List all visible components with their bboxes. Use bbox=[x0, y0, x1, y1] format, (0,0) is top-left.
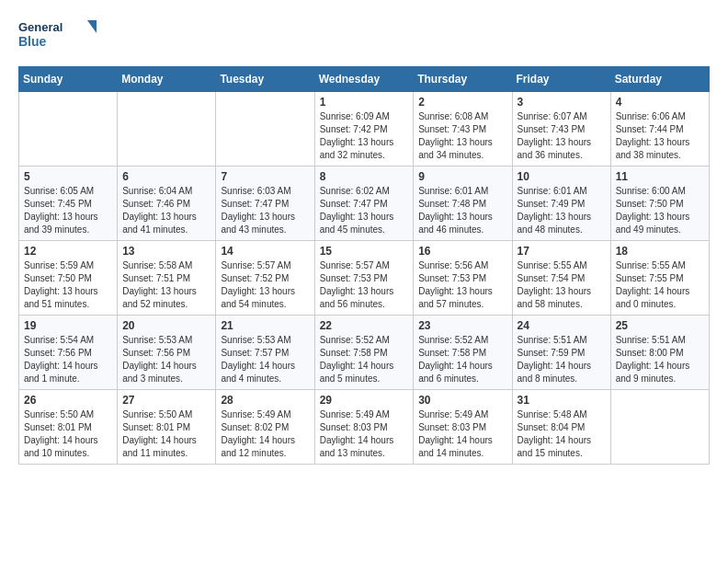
day-number: 10 bbox=[518, 170, 606, 183]
calendar-day-cell: 1Sunrise: 6:09 AMSunset: 7:42 PMDaylight… bbox=[314, 92, 414, 167]
day-info: Sunrise: 5:50 AMSunset: 8:01 PMDaylight:… bbox=[24, 408, 112, 460]
weekday-header: Monday bbox=[118, 67, 216, 92]
day-number: 12 bbox=[24, 245, 112, 258]
calendar-day-cell: 3Sunrise: 6:07 AMSunset: 7:43 PMDaylight… bbox=[512, 92, 610, 167]
calendar-day-cell: 4Sunrise: 6:06 AMSunset: 7:44 PMDaylight… bbox=[610, 92, 709, 167]
day-number: 17 bbox=[518, 245, 606, 258]
day-number: 6 bbox=[122, 170, 210, 183]
calendar-week-row: 1Sunrise: 6:09 AMSunset: 7:42 PMDaylight… bbox=[19, 92, 710, 167]
day-number: 8 bbox=[320, 170, 409, 183]
calendar-day-cell: 22Sunrise: 5:52 AMSunset: 7:58 PMDayligh… bbox=[314, 316, 414, 390]
calendar-day-cell: 16Sunrise: 5:56 AMSunset: 7:53 PMDayligh… bbox=[414, 241, 512, 316]
calendar-day-cell: 5Sunrise: 6:05 AMSunset: 7:45 PMDaylight… bbox=[19, 167, 118, 241]
day-number: 28 bbox=[221, 394, 309, 407]
calendar-day-cell: 11Sunrise: 6:00 AMSunset: 7:50 PMDayligh… bbox=[610, 167, 709, 241]
calendar-day-cell bbox=[118, 92, 216, 167]
day-info: Sunrise: 6:00 AMSunset: 7:50 PMDaylight:… bbox=[616, 185, 704, 236]
day-number: 5 bbox=[24, 170, 112, 183]
calendar-day-cell: 8Sunrise: 6:02 AMSunset: 7:47 PMDaylight… bbox=[314, 167, 414, 241]
calendar-day-cell bbox=[216, 92, 314, 167]
day-info: Sunrise: 5:53 AMSunset: 7:57 PMDaylight:… bbox=[221, 334, 309, 385]
day-number: 21 bbox=[221, 319, 309, 332]
calendar-day-cell: 30Sunrise: 5:49 AMSunset: 8:03 PMDayligh… bbox=[414, 390, 512, 465]
day-info: Sunrise: 5:51 AMSunset: 7:59 PMDaylight:… bbox=[518, 334, 606, 385]
calendar-day-cell: 19Sunrise: 5:54 AMSunset: 7:56 PMDayligh… bbox=[19, 316, 118, 390]
calendar-day-cell: 20Sunrise: 5:53 AMSunset: 7:56 PMDayligh… bbox=[118, 316, 216, 390]
day-number: 16 bbox=[418, 245, 506, 258]
day-number: 30 bbox=[418, 394, 506, 407]
calendar-week-row: 26Sunrise: 5:50 AMSunset: 8:01 PMDayligh… bbox=[19, 390, 710, 465]
calendar-day-cell: 12Sunrise: 5:59 AMSunset: 7:50 PMDayligh… bbox=[19, 241, 118, 316]
calendar-table: SundayMondayTuesdayWednesdayThursdayFrid… bbox=[18, 66, 710, 465]
calendar-day-cell: 2Sunrise: 6:08 AMSunset: 7:43 PMDaylight… bbox=[414, 92, 512, 167]
calendar-day-cell: 10Sunrise: 6:01 AMSunset: 7:49 PMDayligh… bbox=[512, 167, 610, 241]
weekday-header: Friday bbox=[512, 67, 610, 92]
calendar-day-cell bbox=[610, 390, 709, 465]
day-number: 27 bbox=[122, 394, 210, 407]
calendar-body: 1Sunrise: 6:09 AMSunset: 7:42 PMDaylight… bbox=[19, 92, 710, 465]
weekday-header: Saturday bbox=[610, 67, 709, 92]
day-info: Sunrise: 6:04 AMSunset: 7:46 PMDaylight:… bbox=[122, 185, 210, 236]
day-number: 15 bbox=[320, 245, 409, 258]
weekday-row: SundayMondayTuesdayWednesdayThursdayFrid… bbox=[19, 67, 710, 92]
day-info: Sunrise: 5:59 AMSunset: 7:50 PMDaylight:… bbox=[24, 259, 112, 311]
day-info: Sunrise: 6:09 AMSunset: 7:42 PMDaylight:… bbox=[320, 110, 409, 162]
calendar-header: SundayMondayTuesdayWednesdayThursdayFrid… bbox=[19, 67, 710, 92]
day-info: Sunrise: 5:58 AMSunset: 7:51 PMDaylight:… bbox=[122, 259, 210, 311]
day-number: 22 bbox=[320, 319, 409, 332]
calendar-day-cell: 27Sunrise: 5:50 AMSunset: 8:01 PMDayligh… bbox=[118, 390, 216, 465]
calendar-day-cell: 23Sunrise: 5:52 AMSunset: 7:58 PMDayligh… bbox=[414, 316, 512, 390]
calendar-day-cell: 7Sunrise: 6:03 AMSunset: 7:47 PMDaylight… bbox=[216, 167, 314, 241]
day-number: 24 bbox=[518, 319, 606, 332]
day-number: 29 bbox=[320, 394, 409, 407]
day-number: 20 bbox=[122, 319, 210, 332]
svg-text:Blue: Blue bbox=[18, 34, 47, 49]
calendar-day-cell: 31Sunrise: 5:48 AMSunset: 8:04 PMDayligh… bbox=[512, 390, 610, 465]
svg-marker-2 bbox=[87, 20, 97, 33]
day-info: Sunrise: 5:50 AMSunset: 8:01 PMDaylight:… bbox=[122, 408, 210, 460]
svg-text:General: General bbox=[18, 20, 63, 34]
calendar-day-cell: 15Sunrise: 5:57 AMSunset: 7:53 PMDayligh… bbox=[314, 241, 414, 316]
calendar-day-cell: 18Sunrise: 5:55 AMSunset: 7:55 PMDayligh… bbox=[610, 241, 709, 316]
day-number: 2 bbox=[418, 96, 506, 109]
calendar-day-cell: 29Sunrise: 5:49 AMSunset: 8:03 PMDayligh… bbox=[314, 390, 414, 465]
calendar-day-cell bbox=[19, 92, 118, 167]
day-number: 19 bbox=[24, 319, 112, 332]
day-number: 3 bbox=[518, 96, 606, 109]
calendar-day-cell: 13Sunrise: 5:58 AMSunset: 7:51 PMDayligh… bbox=[118, 241, 216, 316]
day-info: Sunrise: 5:57 AMSunset: 7:53 PMDaylight:… bbox=[320, 259, 409, 311]
calendar-week-row: 12Sunrise: 5:59 AMSunset: 7:50 PMDayligh… bbox=[19, 241, 710, 316]
day-info: Sunrise: 5:55 AMSunset: 7:54 PMDaylight:… bbox=[518, 259, 606, 311]
day-info: Sunrise: 5:57 AMSunset: 7:52 PMDaylight:… bbox=[221, 259, 309, 311]
calendar-day-cell: 9Sunrise: 6:01 AMSunset: 7:48 PMDaylight… bbox=[414, 167, 512, 241]
calendar-day-cell: 17Sunrise: 5:55 AMSunset: 7:54 PMDayligh… bbox=[512, 241, 610, 316]
logo-svg: General Blue bbox=[18, 18, 101, 52]
day-info: Sunrise: 6:07 AMSunset: 7:43 PMDaylight:… bbox=[518, 110, 606, 162]
day-info: Sunrise: 5:55 AMSunset: 7:55 PMDaylight:… bbox=[616, 259, 704, 311]
day-number: 1 bbox=[320, 96, 409, 109]
calendar-day-cell: 28Sunrise: 5:49 AMSunset: 8:02 PMDayligh… bbox=[216, 390, 314, 465]
day-info: Sunrise: 5:53 AMSunset: 7:56 PMDaylight:… bbox=[122, 334, 210, 385]
day-info: Sunrise: 6:03 AMSunset: 7:47 PMDaylight:… bbox=[221, 185, 309, 236]
day-number: 14 bbox=[221, 245, 309, 258]
day-number: 31 bbox=[518, 394, 606, 407]
calendar-day-cell: 25Sunrise: 5:51 AMSunset: 8:00 PMDayligh… bbox=[610, 316, 709, 390]
day-info: Sunrise: 5:49 AMSunset: 8:03 PMDaylight:… bbox=[320, 408, 409, 460]
day-number: 4 bbox=[616, 96, 704, 109]
weekday-header: Sunday bbox=[19, 67, 118, 92]
day-info: Sunrise: 5:49 AMSunset: 8:02 PMDaylight:… bbox=[221, 408, 309, 460]
day-info: Sunrise: 6:05 AMSunset: 7:45 PMDaylight:… bbox=[24, 185, 112, 236]
day-info: Sunrise: 6:08 AMSunset: 7:43 PMDaylight:… bbox=[418, 110, 506, 162]
day-info: Sunrise: 5:48 AMSunset: 8:04 PMDaylight:… bbox=[518, 408, 606, 460]
day-info: Sunrise: 5:51 AMSunset: 8:00 PMDaylight:… bbox=[616, 334, 704, 385]
weekday-header: Wednesday bbox=[314, 67, 414, 92]
day-info: Sunrise: 6:01 AMSunset: 7:48 PMDaylight:… bbox=[418, 185, 506, 236]
day-info: Sunrise: 6:01 AMSunset: 7:49 PMDaylight:… bbox=[518, 185, 606, 236]
day-info: Sunrise: 5:52 AMSunset: 7:58 PMDaylight:… bbox=[320, 334, 409, 385]
day-number: 13 bbox=[122, 245, 210, 258]
day-number: 18 bbox=[616, 245, 704, 258]
weekday-header: Tuesday bbox=[216, 67, 314, 92]
day-info: Sunrise: 5:54 AMSunset: 7:56 PMDaylight:… bbox=[24, 334, 112, 385]
day-info: Sunrise: 5:56 AMSunset: 7:53 PMDaylight:… bbox=[418, 259, 506, 311]
day-number: 23 bbox=[418, 319, 506, 332]
